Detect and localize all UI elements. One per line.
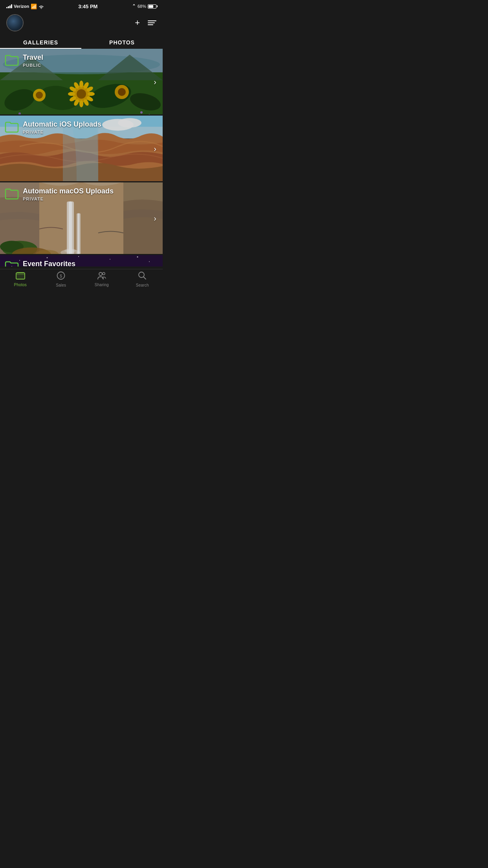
folder-icon-event — [5, 260, 19, 267]
gallery-item-event[interactable]: Event Favorites › — [0, 255, 163, 267]
gallery-privacy-ios: PRIVATE — [23, 130, 101, 134]
photos-icon — [16, 272, 25, 281]
chevron-right-travel: › — [154, 77, 156, 86]
folder-icon-macos — [5, 187, 19, 200]
gallery-text-ios: Automatic iOS Uploads PRIVATE — [23, 120, 101, 134]
gallery-item-ios[interactable]: Automatic iOS Uploads PRIVATE › — [0, 116, 163, 182]
sharing-icon — [97, 272, 106, 281]
svg-text:$: $ — [60, 274, 62, 278]
gallery-list: Travel PUBLIC › — [0, 49, 163, 267]
battery-percent: 68% — [138, 4, 146, 9]
gallery-item-travel[interactable]: Travel PUBLIC › — [0, 49, 163, 116]
gallery-name-macos: Automatic macOS Uploads — [23, 187, 114, 196]
wifi-icon: 📶 — [31, 4, 44, 9]
tab-bar-sales-label: Sales — [56, 283, 66, 287]
status-left: Verizon 📶 — [6, 4, 44, 9]
status-bar: Verizon 📶 3:45 PM 68% — [0, 0, 163, 12]
svg-point-63 — [99, 272, 102, 276]
main-tabs: GALLERIES PHOTOS — [0, 35, 163, 49]
tab-bar-sales[interactable]: $ Sales — [41, 269, 82, 289]
tab-bar-photos[interactable]: Photos — [0, 269, 41, 289]
folder-icon-travel — [5, 53, 19, 66]
header: + — [0, 12, 163, 31]
sales-icon: $ — [57, 271, 65, 282]
gallery-text-travel: Travel PUBLIC — [23, 53, 43, 68]
battery-icon — [148, 4, 156, 9]
tab-bar-photos-label: Photos — [14, 283, 27, 287]
filter-button[interactable] — [148, 20, 156, 25]
location-icon — [132, 4, 136, 9]
svg-line-66 — [144, 277, 146, 280]
tab-galleries[interactable]: GALLERIES — [0, 35, 81, 49]
gallery-name-travel: Travel — [23, 53, 43, 62]
tab-bar-search-label: Search — [136, 283, 149, 287]
gallery-text-macos: Automatic macOS Uploads PRIVATE — [23, 187, 114, 201]
search-icon — [138, 271, 147, 282]
gallery-info-event: Event Favorites — [5, 260, 75, 267]
tab-photos[interactable]: PHOTOS — [81, 35, 163, 49]
gallery-name-ios: Automatic iOS Uploads — [23, 120, 101, 129]
gallery-item-macos[interactable]: Automatic macOS Uploads PRIVATE › — [0, 182, 163, 255]
gallery-text-event: Event Favorites — [23, 260, 75, 267]
status-time: 3:45 PM — [78, 4, 97, 9]
gallery-privacy-travel: PUBLIC — [23, 63, 43, 68]
gallery-info-ios: Automatic iOS Uploads PRIVATE — [5, 120, 101, 134]
gallery-info-travel: Travel PUBLIC — [5, 53, 43, 68]
add-button[interactable]: + — [135, 18, 140, 27]
avatar[interactable] — [6, 14, 24, 31]
header-actions: + — [135, 18, 156, 27]
signal-icon — [6, 4, 12, 8]
status-right: 68% — [132, 4, 156, 9]
tab-bar: Photos $ Sales Sharing — [0, 269, 163, 289]
gallery-name-event: Event Favorites — [23, 260, 75, 267]
chevron-right-ios: › — [154, 144, 156, 153]
tab-bar-sharing-label: Sharing — [95, 283, 109, 287]
folder-icon-ios — [5, 120, 19, 133]
chevron-right-macos: › — [154, 214, 156, 223]
svg-rect-59 — [17, 272, 24, 273]
gallery-privacy-macos: PRIVATE — [23, 197, 114, 201]
gallery-info-macos: Automatic macOS Uploads PRIVATE — [5, 187, 114, 201]
tab-bar-search[interactable]: Search — [122, 269, 163, 289]
carrier-label: Verizon — [14, 4, 29, 9]
svg-point-64 — [103, 272, 105, 275]
tab-bar-sharing[interactable]: Sharing — [81, 269, 122, 289]
svg-rect-58 — [16, 273, 25, 279]
